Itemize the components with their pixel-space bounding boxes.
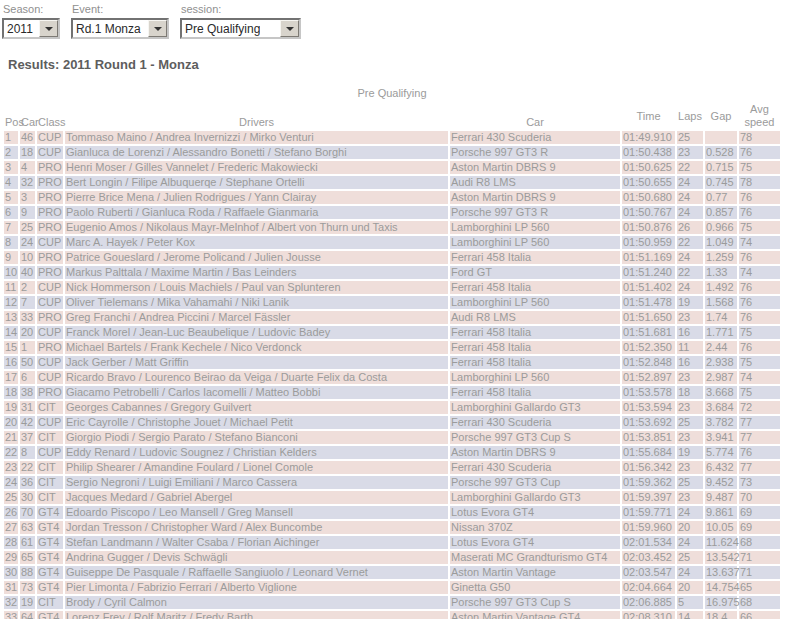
cell-car: Ferrari 458 Italia (450, 386, 620, 399)
cell-car: Porsche 997 GT3 Cup (450, 476, 620, 489)
cell-gap: 1.33 (705, 266, 737, 279)
header-gap: Gap (705, 103, 737, 129)
cell-time: 01:56.342 (622, 461, 675, 474)
cell-gap: 1.259 (705, 251, 737, 264)
cell-pos: 23 (4, 461, 18, 474)
cell-gap: 2.987 (705, 371, 737, 384)
season-label: Season: (3, 3, 60, 15)
cell-avg_speed: 68 (739, 536, 780, 549)
cell-drivers: Sergio Negroni / Luigi Emiliani / Marco … (65, 476, 448, 489)
cell-time: 02:01.534 (622, 536, 675, 549)
cell-class: PRO (37, 161, 63, 174)
cell-pos: 17 (4, 371, 18, 384)
cell-time: 01:59.960 (622, 521, 675, 534)
cell-time: 01:51.681 (622, 326, 675, 339)
cell-class: CUP (37, 416, 63, 429)
table-row: 3364GT4Lorenz Frey / Rolf Maritz / Fredy… (4, 611, 780, 619)
cell-drivers: Eugenio Amos / Nikolaus Mayr-Melnhof / A… (65, 221, 448, 234)
cell-car: Ford GT (450, 266, 620, 279)
cell-avg_speed: 76 (739, 251, 780, 264)
cell-car: Ginetta G50 (450, 581, 620, 594)
cell-time: 01:52.897 (622, 371, 675, 384)
cell-gap: 0.715 (705, 161, 737, 174)
table-row: 2137CITGiorgio Piodi / Sergio Parato / S… (4, 431, 780, 444)
cell-laps: 5 (677, 596, 703, 609)
event-select[interactable]: Rd.1 Monza (71, 18, 169, 39)
chevron-down-icon (45, 27, 53, 31)
cell-pos: 29 (4, 551, 18, 564)
table-row: 146CUPTommaso Maino / Andrea Invernizzi … (4, 131, 780, 144)
table-row: 1931CITGeorges Cabannes / Gregory Guilve… (4, 401, 780, 414)
cell-laps: 23 (677, 311, 703, 324)
cell-drivers: Guiseppe De Pasquale / Raffaelle Sangiuo… (65, 566, 448, 579)
season-dropdown-button[interactable] (39, 20, 58, 37)
cell-time: 01:51.240 (622, 266, 675, 279)
cell-car_no: 38 (20, 386, 35, 399)
cell-laps: 22 (677, 266, 703, 279)
cell-car: Lamborghini LP 560 (450, 296, 620, 309)
table-row: 34PROHenri Moser / Gilles Vannelet / Fre… (4, 161, 780, 174)
cell-car_no: 6 (20, 371, 35, 384)
cell-laps: 16 (677, 326, 703, 339)
cell-pos: 27 (4, 521, 18, 534)
table-row: 1040PROMarkus Palttala / Maxime Martin /… (4, 266, 780, 279)
cell-class: PRO (37, 266, 63, 279)
cell-class: CIT (37, 476, 63, 489)
cell-gap: 0.966 (705, 221, 737, 234)
cell-car: Ferrari 458 Italia (450, 341, 620, 354)
cell-drivers: Markus Palttala / Maxime Martin / Bas Le… (65, 266, 448, 279)
cell-pos: 19 (4, 401, 18, 414)
cell-class: GT4 (37, 611, 63, 619)
cell-car: Porsche 997 GT3 Cup S (450, 431, 620, 444)
table-row: 910PROPatrice Goueslard / Jerome Polican… (4, 251, 780, 264)
cell-car: Aston Martin DBRS 9 (450, 446, 620, 459)
cell-laps: 24 (677, 251, 703, 264)
cell-pos: 22 (4, 446, 18, 459)
event-dropdown-button[interactable] (148, 20, 167, 37)
cell-time: 02:03.452 (622, 551, 675, 564)
session-select[interactable]: Pre Qualifying (180, 18, 301, 39)
cell-laps: 25 (677, 416, 703, 429)
cell-avg_speed: 75 (739, 326, 780, 339)
cell-avg_speed: 77 (739, 461, 780, 474)
cell-class: CUP (37, 296, 63, 309)
cell-avg_speed: 76 (739, 281, 780, 294)
results-table: Pos Car Class Drivers Car Time Laps Gap … (2, 101, 782, 619)
cell-gap: 0.745 (705, 176, 737, 189)
table-row: 2436CITSergio Negroni / Luigi Emiliani /… (4, 476, 780, 489)
cell-laps: 24 (677, 536, 703, 549)
cell-car: Ferrari 430 Scuderia (450, 131, 620, 144)
table-row: 112CUPNick Hommerson / Louis Machiels / … (4, 281, 780, 294)
cell-car_no: 42 (20, 416, 35, 429)
cell-time: 02:08.310 (622, 611, 675, 619)
cell-car_no: 25 (20, 221, 35, 234)
session-select-value: Pre Qualifying (182, 22, 260, 36)
table-row: 3173GT4Pier Limonta / Fabrizio Ferrari /… (4, 581, 780, 594)
cell-drivers: Edoardo Piscopo / Leo Mansell / Greg Man… (65, 506, 448, 519)
cell-car_no: 73 (20, 581, 35, 594)
cell-time: 01:49.910 (622, 131, 675, 144)
cell-pos: 20 (4, 416, 18, 429)
cell-drivers: Marc A. Hayek / Peter Kox (65, 236, 448, 249)
cell-time: 01:50.959 (622, 236, 675, 249)
session-filter-group: session: Pre Qualifying (180, 2, 301, 39)
cell-pos: 24 (4, 476, 18, 489)
season-select[interactable]: 2011 (2, 18, 60, 39)
cell-time: 01:51.478 (622, 296, 675, 309)
session-dropdown-button[interactable] (280, 20, 299, 37)
cell-time: 01:50.655 (622, 176, 675, 189)
cell-avg_speed: 74 (739, 266, 780, 279)
cell-drivers: Pierre Brice Mena / Julien Rodrigues / Y… (65, 191, 448, 204)
cell-avg_speed: 71 (739, 566, 780, 579)
filter-bar: Season: 2011 Event: Rd.1 Monza session: … (2, 2, 786, 39)
page-title: Results: 2011 Round 1 - Monza (8, 57, 786, 72)
table-row: 2965GT4Andrina Gugger / Devis SchwägliMa… (4, 551, 780, 564)
cell-car_no: 31 (20, 401, 35, 414)
cell-drivers: Jordan Tresson / Christopher Ward / Alex… (65, 521, 448, 534)
cell-car_no: 64 (20, 611, 35, 619)
cell-avg_speed: 77 (739, 431, 780, 444)
cell-pos: 14 (4, 326, 18, 339)
cell-avg_speed: 69 (739, 521, 780, 534)
cell-time: 01:59.771 (622, 506, 675, 519)
cell-car_no: 50 (20, 356, 35, 369)
